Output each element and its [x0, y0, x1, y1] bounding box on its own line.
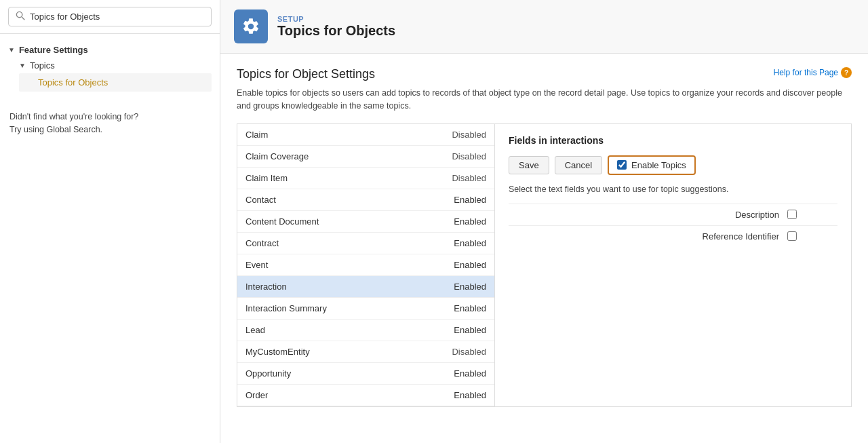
description-field-label: Description: [684, 210, 779, 220]
list-item[interactable]: Claim ItemDisabled: [237, 168, 494, 189]
description-field-row: Description: [509, 204, 837, 225]
chevron-down-icon-topics: ▼: [19, 62, 26, 69]
object-name: Interaction Summary: [245, 303, 327, 313]
content-grid: ClaimDisabledClaim CoverageDisabledClaim…: [237, 123, 852, 407]
enable-topics-checkbox[interactable]: [617, 160, 627, 170]
object-name: Event: [245, 260, 268, 270]
main-content: SETUP Topics for Objects Topics for Obje…: [220, 0, 868, 443]
svg-point-0: [16, 12, 22, 17]
search-input[interactable]: [30, 12, 204, 22]
status-badge: Disabled: [452, 151, 486, 161]
status-badge: Enabled: [454, 303, 486, 313]
enable-topics-label: Enable Topics: [631, 160, 686, 170]
fields-description: Select the text fields you want to use f…: [509, 185, 837, 194]
status-badge: Enabled: [454, 260, 486, 270]
chevron-down-icon: ▼: [8, 46, 15, 54]
list-item[interactable]: ContractEnabled: [237, 233, 494, 254]
object-name: Contract: [245, 238, 279, 248]
object-name: Claim: [245, 130, 268, 140]
status-badge: Enabled: [454, 216, 486, 227]
list-item[interactable]: Content DocumentEnabled: [237, 211, 494, 233]
cancel-button[interactable]: Cancel: [555, 156, 602, 174]
description-checkbox[interactable]: [787, 210, 797, 219]
list-item[interactable]: ContactEnabled: [237, 189, 494, 211]
object-list: ClaimDisabledClaim CoverageDisabledClaim…: [237, 124, 495, 406]
status-badge: Enabled: [454, 282, 486, 292]
global-search-hint: Didn't find what you're looking for? Try…: [0, 97, 220, 150]
list-item[interactable]: Interaction SummaryEnabled: [237, 298, 494, 320]
object-name: Claim Coverage: [245, 151, 309, 161]
status-badge: Enabled: [454, 238, 486, 248]
right-panel-title: Fields in interactions: [509, 135, 837, 146]
main-body: Topics for Object Settings Help for this…: [220, 54, 868, 443]
sidebar-item-topics-for-objects[interactable]: Topics for Objects: [19, 73, 212, 92]
reference-identifier-label: Reference Identifier: [684, 231, 779, 242]
help-link[interactable]: Help for this Page ?: [774, 67, 852, 78]
status-badge: Enabled: [454, 195, 486, 205]
svg-line-1: [22, 17, 24, 20]
object-name: Opportunity: [245, 368, 291, 379]
section-title-row: Topics for Object Settings Help for this…: [237, 67, 852, 81]
search-icon: [16, 11, 25, 22]
list-item[interactable]: MyCustomEntityDisabled: [237, 341, 494, 363]
status-badge: Disabled: [452, 130, 486, 140]
status-badge: Disabled: [452, 173, 486, 183]
reference-identifier-checkbox[interactable]: [787, 231, 797, 241]
topics-toggle[interactable]: ▼ Topics: [19, 58, 212, 73]
object-name: Contact: [245, 195, 276, 205]
setup-icon: [234, 9, 268, 43]
list-item[interactable]: InteractionEnabled: [237, 276, 494, 298]
page-title: Topics for Objects: [277, 23, 395, 39]
header-text-block: SETUP Topics for Objects: [277, 15, 395, 39]
list-item[interactable]: LeadEnabled: [237, 320, 494, 341]
section-description: Enable topics for objects so users can a…: [237, 87, 847, 113]
search-box[interactable]: [8, 7, 212, 26]
list-item[interactable]: OpportunityEnabled: [237, 363, 494, 385]
list-item[interactable]: ClaimDisabled: [237, 124, 494, 146]
feature-settings-label: Feature Settings: [19, 45, 88, 55]
page-header: SETUP Topics for Objects: [220, 0, 868, 54]
search-area: [0, 0, 220, 34]
topics-label: Topics: [30, 60, 55, 71]
object-name: MyCustomEntity: [245, 347, 310, 357]
list-item[interactable]: OrderEnabled: [237, 385, 494, 406]
status-badge: Disabled: [452, 347, 486, 357]
help-circle-icon: ?: [841, 67, 852, 78]
feature-settings-toggle[interactable]: ▼ Feature Settings: [8, 42, 212, 58]
status-badge: Enabled: [454, 325, 486, 335]
feature-settings-section: ▼ Feature Settings ▼ Topics Topics for O…: [0, 37, 220, 97]
help-link-label: Help for this Page: [774, 68, 838, 77]
object-name: Order: [245, 390, 268, 400]
object-name: Content Document: [245, 216, 319, 227]
enable-topics-checkbox-label[interactable]: Enable Topics: [608, 155, 696, 175]
section-title-text: Topics for Object Settings: [237, 67, 375, 81]
topics-subsection: ▼ Topics Topics for Objects: [8, 58, 212, 92]
sidebar-nav: ▼ Feature Settings ▼ Topics Topics for O…: [0, 34, 220, 443]
right-panel: Fields in interactions Save Cancel Enabl…: [495, 124, 851, 406]
object-name: Lead: [245, 325, 265, 335]
reference-identifier-field-row: Reference Identifier: [509, 225, 837, 247]
object-name: Claim Item: [245, 173, 288, 183]
status-badge: Enabled: [454, 368, 486, 379]
action-bar: Save Cancel Enable Topics: [509, 155, 837, 175]
status-badge: Enabled: [454, 390, 486, 400]
object-name: Interaction: [245, 282, 287, 292]
list-item[interactable]: Claim CoverageDisabled: [237, 146, 494, 168]
sidebar: ▼ Feature Settings ▼ Topics Topics for O…: [0, 0, 220, 443]
setup-label: SETUP: [277, 15, 395, 23]
list-item[interactable]: EventEnabled: [237, 254, 494, 276]
save-button[interactable]: Save: [509, 156, 549, 174]
